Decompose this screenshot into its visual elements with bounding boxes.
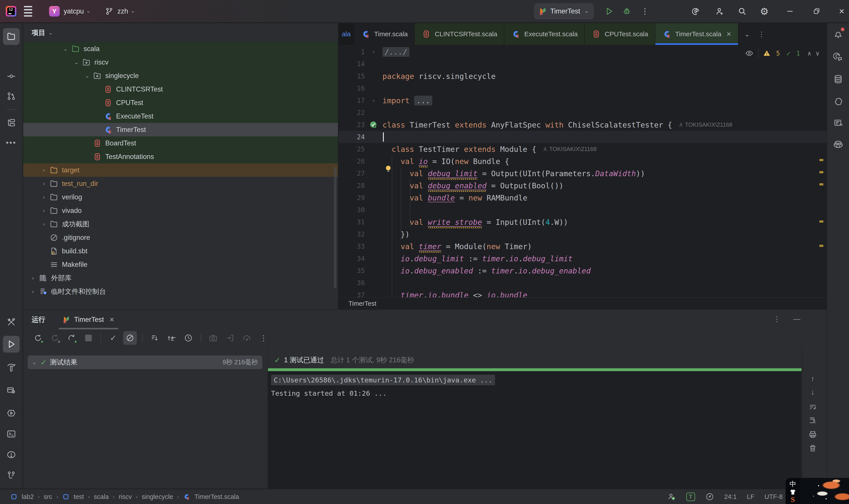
sort-by-duration-icon[interactable] — [182, 331, 195, 345]
run-panel-options-icon[interactable]: ⋮ — [773, 315, 780, 323]
branch-selector[interactable]: zzh ⌄ — [105, 7, 135, 16]
tree-item-TimerTest[interactable]: TimerTest — [23, 123, 338, 137]
code-line-33[interactable]: 33 val timer = Module(new Timer) — [339, 240, 827, 252]
close-icon[interactable]: ✕ — [726, 31, 731, 38]
test-history-gauge-icon[interactable] — [240, 331, 254, 345]
toggle-auto-test-button[interactable] — [65, 331, 78, 345]
debug-button[interactable] — [619, 4, 634, 19]
sort-by-pass-icon[interactable] — [148, 331, 162, 345]
structure-tool-icon[interactable] — [3, 114, 20, 131]
code-line-17[interactable]: 17›import ... — [339, 94, 827, 107]
minimize-window-icon[interactable] — [783, 4, 797, 19]
ide-logo-icon[interactable]: IJ — [6, 6, 16, 17]
ime-skin-icon[interactable] — [789, 489, 796, 496]
tree-item-Makefile[interactable]: Makefile — [23, 258, 338, 271]
tab-list-chevron-icon[interactable]: ⌄ — [744, 30, 750, 38]
fold-chevron-icon[interactable]: › — [372, 49, 375, 55]
code-with-me-user-icon[interactable] — [667, 492, 676, 501]
scroll-to-end-icon[interactable] — [806, 414, 819, 427]
tree-item-CLINTCSRTest[interactable]: CLINTCSRTest — [23, 83, 338, 96]
crumb[interactable]: singlecycle — [142, 493, 173, 501]
hide-panel-icon[interactable]: — — [793, 315, 800, 323]
git-tool-icon[interactable] — [3, 467, 20, 483]
problems-tool-icon[interactable] — [3, 446, 20, 463]
tree-item-singlecycle[interactable]: ⌄singlecycle — [23, 69, 338, 83]
tree-item-.gitignore[interactable]: .gitignore — [23, 231, 338, 244]
add-user-icon[interactable] — [712, 4, 727, 19]
code-line-31[interactable]: 31 val write_strobe = Input(UInt(4.W)) — [339, 216, 827, 228]
run-tool-icon[interactable] — [3, 336, 20, 353]
soft-wrap-icon[interactable] — [806, 400, 819, 414]
next-problem-icon[interactable]: ∨ — [816, 50, 819, 57]
down-arrow-icon[interactable]: ↓ — [806, 385, 819, 399]
code-line-34[interactable]: 34 io.debug_limit := timer.io.debug_limi… — [339, 252, 827, 265]
editor-tab-Timer.scala[interactable]: Timer.scala — [354, 23, 415, 45]
print-icon[interactable] — [806, 428, 819, 441]
editor-tab-ExecuteTest.scala[interactable]: ExecuteTest.scala — [504, 23, 585, 45]
sogou-logo[interactable]: S — [791, 496, 795, 504]
chevron-right-icon[interactable]: › — [28, 275, 38, 281]
terminal-tool-icon[interactable] — [3, 426, 20, 442]
close-icon[interactable]: ✕ — [109, 316, 114, 323]
tree-item-target[interactable]: ›target — [23, 163, 338, 177]
code-line-27[interactable]: 27 val debug_limit = Output(UInt(Paramet… — [339, 167, 827, 180]
code-editor[interactable]: 1›/.../1415package riscv.singlecycle1617… — [339, 46, 827, 297]
build-tool-icon[interactable] — [3, 314, 20, 330]
status-breadcrumbs[interactable]: lab2› src› test› scala› riscv› singlecyc… — [10, 493, 239, 501]
code-line-15[interactable]: 15package riscv.singlecycle — [339, 70, 827, 82]
tree-item-成功截图[interactable]: ›成功截图 — [23, 217, 338, 231]
crumb[interactable]: riscv — [119, 493, 132, 501]
ai-assistant-icon[interactable] — [689, 4, 704, 19]
crumb[interactable]: test — [74, 493, 84, 501]
project-selector[interactable]: yatcpu ⌄ — [60, 7, 91, 15]
hexagon-tool-icon[interactable] — [830, 93, 847, 110]
translation-plugin-icon[interactable]: T — [686, 492, 695, 501]
chevron-down-icon[interactable]: ⌄ — [82, 73, 92, 79]
search-icon[interactable] — [735, 4, 749, 19]
documentation-tool-icon[interactable] — [830, 115, 847, 131]
caret-position[interactable]: 24:1 — [724, 493, 737, 501]
tree-item-build.sbt[interactable]: build.sbt — [23, 244, 338, 258]
screenshot-icon[interactable] — [206, 331, 220, 345]
copilot-tool-icon[interactable] — [830, 136, 847, 153]
ai-assistant-tool-icon[interactable] — [830, 49, 847, 65]
show-ignored-icon[interactable] — [123, 331, 137, 345]
run-configuration-widget[interactable]: TimerTest ⌄ — [534, 3, 594, 19]
reader-mode-eye-icon[interactable] — [745, 49, 754, 58]
console-output[interactable]: C:\Users\26586\.jdks\temurin-17.0.16\bin… — [268, 371, 801, 488]
main-menu-icon[interactable] — [24, 6, 32, 17]
ime-language-indicator[interactable]: 中 — [790, 480, 796, 489]
chevron-right-icon[interactable]: › — [38, 167, 49, 173]
code-line-26[interactable]: 26 val io = IO(new Bundle { — [339, 155, 827, 167]
chevron-right-icon[interactable]: › — [38, 221, 49, 227]
code-line-28[interactable]: 28 val debug_enabled = Output(Bool()) — [339, 180, 827, 192]
code-line-35[interactable]: 35 io.debug_enabled := timer.io.debug_en… — [339, 265, 827, 277]
clear-all-trash-icon[interactable] — [806, 442, 819, 455]
author-hint[interactable]: TOKISAKIX\21168 — [543, 146, 597, 152]
build-hammer-tool-icon[interactable] — [3, 359, 20, 376]
code-line-16[interactable]: 16 — [339, 82, 827, 94]
tree-item-外部库[interactable]: ›外部库 — [23, 271, 338, 285]
code-line-25[interactable]: 25 class TestTimer extends Module {TOKIS… — [339, 143, 827, 155]
warning-icon[interactable] — [763, 50, 771, 57]
file-encoding[interactable]: UTF-8 — [764, 493, 783, 501]
project-avatar[interactable]: Y — [49, 6, 60, 17]
crumb[interactable]: src — [44, 493, 52, 501]
run-test-passed-icon[interactable] — [369, 121, 378, 129]
chevron-right-icon[interactable]: › — [38, 181, 49, 187]
editor-tab-CLINTCSRTest.scala[interactable]: CLINTCSRTest.scala — [415, 23, 504, 45]
chevron-down-icon[interactable]: ⌄ — [71, 59, 82, 66]
code-line-23[interactable]: 23 class TimerTest extends AnyFlatSpec w… — [339, 119, 827, 131]
breadcrumb-class[interactable]: TimerTest — [348, 300, 376, 307]
tree-item-TestAnnotations[interactable]: TestAnnotations — [23, 150, 338, 163]
sbt-shell-tool-icon[interactable] — [3, 405, 20, 421]
tab-options-icon[interactable]: ⋮ — [758, 30, 765, 38]
test-results-root-row[interactable]: ⌄ ✓ 测试结果 9秒 216毫秒 — [28, 356, 262, 369]
tree-item-scala[interactable]: ⌄scala — [23, 42, 338, 55]
run-tab[interactable]: TimerTest ✕ — [59, 310, 118, 329]
toolbar-more-icon[interactable]: ⋮ — [257, 331, 270, 345]
code-line-24[interactable]: 24 — [339, 131, 827, 143]
author-hint[interactable]: TOKISAKIX\21168 — [678, 121, 732, 128]
editor-breadcrumbs[interactable]: TimerTest — [339, 297, 827, 309]
editor-tab-TimerTest.scala[interactable]: TimerTest.scala✕ — [655, 23, 738, 45]
